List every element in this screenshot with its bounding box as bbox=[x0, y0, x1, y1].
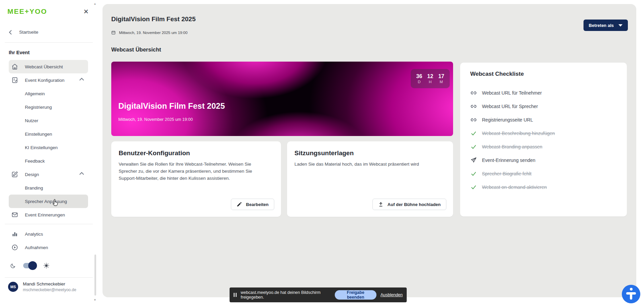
divider bbox=[5, 224, 93, 224]
checklist-item-sprecher-url[interactable]: Webcast URL für Sprecher bbox=[470, 100, 617, 113]
checklist-item-registrierungsseite-url[interactable]: Registrierungsseite URL bbox=[470, 113, 617, 127]
countdown-hours: 12 bbox=[427, 73, 433, 79]
nav-label: Event Konfiguration bbox=[25, 78, 65, 83]
enter-as-button[interactable]: Betreten als bbox=[583, 20, 628, 31]
nav-label: Webcast Übersicht bbox=[25, 64, 63, 69]
checklist-item-sprecher-biografie[interactable]: Sprecher-Biografie fehlt bbox=[470, 167, 617, 180]
nav-label: Design bbox=[25, 172, 39, 177]
scrollbar-down-arrow[interactable]: ▼ bbox=[93, 298, 96, 302]
analytics-icon bbox=[11, 231, 18, 237]
hide-banner-link[interactable]: Ausblenden bbox=[380, 293, 403, 297]
nav-label: Aufnahmen bbox=[25, 245, 48, 250]
hand-cursor bbox=[51, 199, 59, 207]
send-icon bbox=[470, 157, 477, 164]
sidebar-item-sprecher-anpassung[interactable]: Sprecher Anpassung bbox=[9, 195, 88, 208]
check-icon bbox=[470, 130, 477, 137]
person-icon bbox=[630, 288, 633, 291]
user-name: Mandi Schmeckebier bbox=[23, 281, 76, 286]
checklist-label: Registrierungsseite URL bbox=[482, 117, 533, 123]
mail-icon bbox=[11, 211, 18, 218]
checklist-item-branding[interactable]: Webcast-Branding anpassen bbox=[470, 140, 617, 154]
countdown-minutes-unit: M bbox=[438, 80, 444, 84]
link-icon bbox=[470, 90, 477, 96]
screen-share-banner: webcast.meetyoo.de hat deinen Bildschirm… bbox=[230, 287, 407, 302]
bearbeiten-button[interactable]: Bearbeiten bbox=[231, 199, 274, 210]
theme-toggle-row bbox=[10, 263, 49, 269]
theme-toggle[interactable] bbox=[23, 263, 36, 268]
hero-event-date: Mittwoch, 19. November 2025 um 19:00 bbox=[118, 117, 193, 122]
sidebar-item-allgemein[interactable]: Allgemein bbox=[9, 87, 88, 100]
avatar: MS bbox=[8, 282, 18, 292]
sidebar-item-feedback[interactable]: Feedback bbox=[9, 154, 88, 168]
sidebar-section-title: Ihr Event bbox=[9, 50, 30, 55]
sidebar-item-registrierung[interactable]: Registrierung bbox=[9, 100, 88, 114]
link-icon bbox=[470, 116, 477, 123]
sidebar: MEE+YOO ✕ Startseite Ihr Event Webcast Ü… bbox=[0, 0, 97, 306]
sidebar-item-design[interactable]: Design bbox=[9, 168, 88, 181]
benutzer-konfiguration-card: Benutzer-Konfiguration Verwalten Sie die… bbox=[111, 141, 281, 217]
countdown-days-unit: D bbox=[416, 80, 422, 84]
sidebar-nav: Webcast Übersicht Event Konfiguration Al… bbox=[0, 60, 97, 222]
countdown-minutes: 17 bbox=[438, 73, 444, 79]
checklist-label: Webcast URL für Sprecher bbox=[482, 104, 538, 109]
chevron-up-icon bbox=[79, 78, 84, 81]
stop-sharing-button[interactable]: Freigabe beenden bbox=[335, 290, 376, 300]
upload-stage-button[interactable]: Auf der Bühne hochladen bbox=[372, 199, 446, 210]
event-hero-banner: 36D 12H 17M DigitalVision Film Fest 2025… bbox=[111, 62, 453, 136]
design-icon bbox=[11, 171, 18, 178]
checklist-item-beschreibung[interactable]: Webcast-Beschreibung hinzufügen bbox=[470, 127, 617, 140]
divider bbox=[5, 277, 93, 278]
checklist-label: Webcast URL für Teilnehmer bbox=[482, 90, 542, 96]
nav-label: Einstellungen bbox=[25, 132, 52, 137]
checklist-item-erinnerung-senden[interactable]: Event-Erinnerung senden bbox=[470, 154, 617, 167]
nav-label: Nutzer bbox=[25, 118, 38, 123]
event-date: Mittwoch, 19. November 2025 um 19:00 bbox=[119, 31, 188, 35]
sidebar-item-analytics[interactable]: Analytics bbox=[9, 227, 88, 241]
chevron-down-icon bbox=[618, 24, 622, 27]
user-email: mschmeckebier@meetyoo.de bbox=[23, 287, 76, 292]
sidebar-item-aufnahmen[interactable]: Aufnahmen bbox=[9, 241, 88, 254]
countdown-days: 36 bbox=[416, 73, 422, 79]
webcast-checklist-card: Webcast Checkliste Webcast URL für Teiln… bbox=[460, 63, 627, 216]
button-label: Bearbeiten bbox=[246, 202, 269, 207]
scrollbar-up-arrow[interactable]: ▲ bbox=[93, 2, 96, 5]
enter-as-label: Betreten als bbox=[589, 23, 614, 28]
event-date-row: Mittwoch, 19. November 2025 um 19:00 bbox=[111, 30, 188, 35]
checklist-item-on-demand[interactable]: Webcast on-demand aktivieren bbox=[470, 180, 617, 194]
check-icon bbox=[470, 184, 477, 191]
back-label: Startseite bbox=[19, 30, 38, 35]
section-heading: Webcast Übersicht bbox=[111, 46, 161, 53]
countdown-hours-unit: H bbox=[427, 80, 433, 84]
sharing-indicator-icon bbox=[234, 293, 237, 297]
home-icon bbox=[11, 63, 18, 70]
sidebar-scrollbar-thumb[interactable] bbox=[94, 254, 96, 296]
nav-label: Feedback bbox=[25, 159, 45, 164]
user-profile[interactable]: MS Mandi Schmeckebier mschmeckebier@meet… bbox=[8, 281, 76, 292]
sidebar-item-nutzer[interactable]: Nutzer bbox=[9, 114, 88, 127]
check-icon bbox=[470, 143, 477, 150]
sidebar-tools: Analytics Aufnahmen bbox=[0, 227, 97, 254]
meetyoo-logo: MEE+YOO bbox=[7, 7, 47, 15]
checklist-label: Webcast on-demand aktivieren bbox=[482, 184, 547, 190]
accessibility-widget-button[interactable] bbox=[622, 285, 640, 303]
sidebar-item-event-konfiguration[interactable]: Event Konfiguration bbox=[9, 73, 88, 87]
close-icon[interactable]: ✕ bbox=[83, 8, 89, 15]
checklist-label: Event-Erinnerung senden bbox=[482, 158, 535, 163]
card-description: Verwalten Sie die Rollen für Ihre Webcas… bbox=[119, 161, 260, 182]
card-description: Laden Sie das Material hoch, das im Webc… bbox=[294, 161, 436, 168]
sidebar-item-event-erinnerungen[interactable]: Event Erinnerungen bbox=[9, 208, 88, 222]
sidebar-item-webcast-uebersicht[interactable]: Webcast Übersicht bbox=[9, 60, 88, 73]
moon-icon bbox=[10, 263, 16, 269]
checklist-item-teilnehmer-url[interactable]: Webcast URL für Teilnehmer bbox=[470, 86, 617, 100]
back-to-startseite[interactable]: Startseite bbox=[9, 30, 38, 35]
card-title: Sitzungsunterlagen bbox=[294, 149, 446, 157]
chevron-up-icon bbox=[79, 172, 84, 175]
sidebar-item-einstellungen[interactable]: Einstellungen bbox=[9, 127, 88, 141]
sidebar-item-branding[interactable]: Branding bbox=[9, 181, 88, 195]
recordings-icon bbox=[11, 244, 18, 251]
share-message: webcast.meetyoo.de hat deinen Bildschirm… bbox=[241, 290, 331, 300]
sidebar-item-ki-einstellungen[interactable]: KI Einstellungen bbox=[9, 141, 88, 154]
chevron-left-icon bbox=[9, 30, 12, 35]
nav-label: Event Erinnerungen bbox=[25, 212, 65, 217]
link-icon bbox=[470, 103, 477, 110]
